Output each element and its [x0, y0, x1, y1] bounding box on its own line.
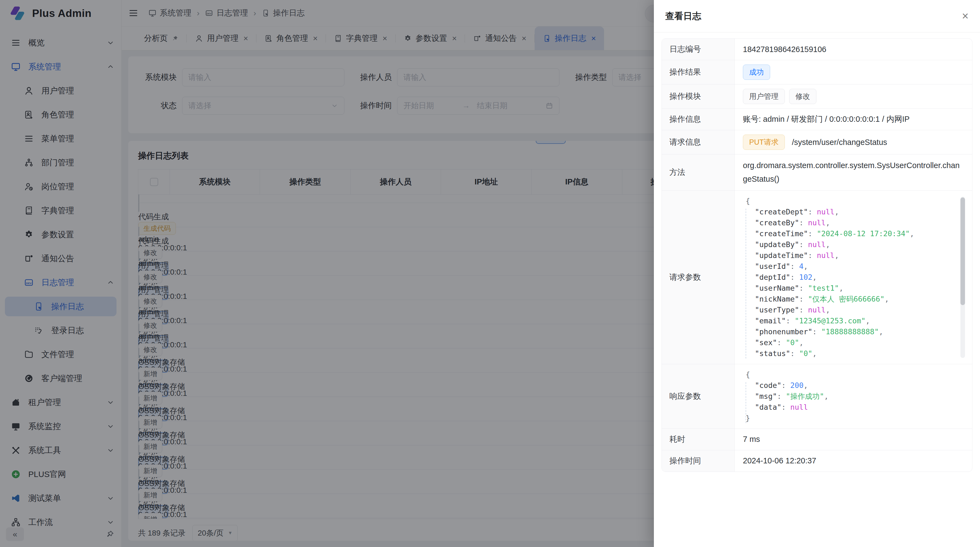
code-line: "createTime": "2024-08-12 17:20:34",: [743, 228, 951, 239]
scrollbar-track[interactable]: [960, 197, 965, 358]
code-line: "status": "0",: [743, 348, 951, 359]
indent-guide: [746, 382, 746, 423]
drawer-label: 请求信息: [662, 130, 735, 154]
code-line: "code": 200,: [743, 380, 951, 391]
drawer-value: 7 ms: [735, 429, 972, 450]
json-code-block: {"code": 200,"msg": "操作成功","data": null}: [741, 367, 967, 426]
drawer-value: 用户管理修改: [735, 85, 972, 108]
request-url: /system/user/changeStatus: [792, 138, 887, 147]
code-line: "userId": 4,: [743, 261, 951, 272]
drawer-row-request-params: 请求参数{"createDept": null,"createBy": null…: [662, 191, 972, 364]
drawer-label: 操作模块: [662, 85, 735, 108]
drawer-label: 操作结果: [662, 60, 735, 84]
drawer-row-response-params: 响应参数{"code": 200,"msg": "操作成功","data": n…: [662, 364, 972, 429]
code-line: "updateBy": null,: [743, 239, 951, 250]
drawer-value: 账号: admin / 研发部门 / 0:0:0:0:0:0:0:1 / 内网I…: [735, 109, 972, 130]
drawer-label: 方法: [662, 155, 735, 190]
code-line: {: [743, 196, 951, 206]
drawer-value: 成功: [735, 60, 972, 84]
drawer-value: {"code": 200,"msg": "操作成功","data": null}: [735, 364, 972, 429]
view-log-drawer: 查看日志 × 日志编号1842781986426159106操作结果成功操作模块…: [654, 0, 980, 547]
drawer-body: 日志编号1842781986426159106操作结果成功操作模块用户管理修改操…: [654, 32, 980, 547]
code-line: {: [743, 369, 951, 380]
drawer-row-operation-time: 操作时间2024-10-06 12:20:37: [662, 450, 972, 472]
drawer-value: PUT请求/system/user/changeStatus: [735, 130, 972, 154]
drawer-title: 查看日志: [665, 10, 701, 22]
code-line: "userType": null,: [743, 305, 951, 316]
drawer-value: {"createDept": null,"createBy": null,"cr…: [735, 191, 972, 364]
drawer-label: 耗时: [662, 429, 735, 450]
drawer-label: 请求参数: [662, 191, 735, 364]
module-tag: 修改: [789, 89, 816, 104]
drawer-row-duration: 耗时7 ms: [662, 429, 972, 450]
drawer-row-operation-info: 操作信息账号: admin / 研发部门 / 0:0:0:0:0:0:0:1 /…: [662, 109, 972, 130]
drawer-header: 查看日志 ×: [654, 0, 980, 32]
code-line: "data": null: [743, 402, 951, 413]
module-tag: 用户管理: [743, 89, 785, 104]
drawer-label: 操作信息: [662, 109, 735, 130]
code-line: "email": "12345@1253.com",: [743, 316, 951, 326]
indent-guide: [746, 209, 746, 359]
drawer-label: 日志编号: [662, 39, 735, 60]
code-line: "nickName": "仅本人 密码666666",: [743, 293, 951, 305]
code-line: "createDept": null,: [743, 206, 951, 217]
code-line: "phonenumber": "18888888888",: [743, 326, 951, 337]
close-icon[interactable]: ×: [962, 10, 969, 22]
drawer-label: 响应参数: [662, 364, 735, 429]
drawer-row-operation-module: 操作模块用户管理修改: [662, 85, 972, 109]
code-line: "userName": "test1",: [743, 283, 951, 293]
code-line: "createBy": null,: [743, 217, 951, 228]
scrollbar-thumb[interactable]: [960, 198, 965, 305]
drawer-row-operation-result: 操作结果成功: [662, 60, 972, 85]
code-line: }: [743, 413, 951, 424]
drawer-row-log-id: 日志编号1842781986426159106: [662, 39, 972, 60]
result-tag: 成功: [743, 65, 770, 80]
drawer-value: 2024-10-06 12:20:37: [735, 450, 972, 472]
log-detail-table: 日志编号1842781986426159106操作结果成功操作模块用户管理修改操…: [662, 38, 972, 472]
code-line: "updateTime": null,: [743, 250, 951, 261]
drawer-label: 操作时间: [662, 450, 735, 472]
drawer-value: org.dromara.system.controller.system.Sys…: [735, 155, 972, 190]
drawer-row-method: 方法org.dromara.system.controller.system.S…: [662, 155, 972, 191]
code-line: "deptId": 102,: [743, 272, 951, 283]
json-code-block[interactable]: {"createDept": null,"createBy": null,"cr…: [741, 193, 967, 362]
request-method-tag: PUT请求: [743, 135, 785, 150]
drawer-row-request-info: 请求信息PUT请求/system/user/changeStatus: [662, 130, 972, 155]
code-line: "sex": "0",: [743, 337, 951, 348]
code-line: "msg": "操作成功",: [743, 391, 951, 402]
drawer-value: 1842781986426159106: [735, 39, 972, 60]
